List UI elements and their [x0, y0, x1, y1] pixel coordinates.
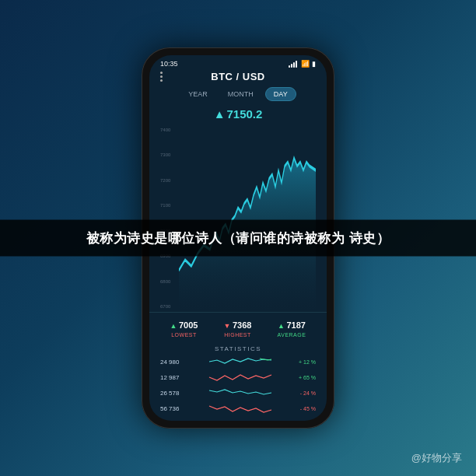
stat-highest-value: ▼ 7368: [224, 317, 252, 331]
stat-average: ▲ 7187 AVERAGE: [278, 317, 306, 338]
overlay-banner: 被称为诗史是哪位诗人（请问谁的诗被称为 诗史）: [0, 220, 476, 257]
status-bar: 10:35 📶 ▮: [149, 55, 327, 69]
stat-line-3: 26 578 - 24 %: [160, 387, 316, 399]
stat-change-3: - 24 %: [296, 390, 316, 396]
statistics-section: STATISTICS 24 980 + 12 % 12 987 + 65 %: [149, 342, 327, 421]
price-value: ▲7150.2: [214, 107, 263, 121]
stat-lowest-label: LOWEST: [170, 332, 198, 338]
phone-header: BTC / USD: [149, 69, 327, 87]
stat-lowest: ▲ 7005 LOWEST: [170, 317, 198, 338]
stat-average-value: ▲ 7187: [278, 317, 306, 331]
stat-highest: ▼ 7368 HIGHEST: [224, 317, 252, 338]
stat-num-4: 56 736: [160, 405, 185, 412]
stat-highest-label: HIGHEST: [224, 332, 252, 338]
stat-average-label: AVERAGE: [278, 332, 306, 338]
mini-chart-1: [188, 355, 292, 368]
stat-line-2: 12 987 + 65 %: [160, 371, 316, 383]
stat-change-2: + 65 %: [296, 375, 316, 380]
menu-dots[interactable]: [160, 72, 163, 82]
statistics-title: STATISTICS: [160, 345, 316, 352]
mini-chart-3: [188, 387, 292, 399]
chart-y-labels: 7400 7300 7200 7100 7000 6900 6800 6700: [160, 124, 170, 312]
stat-lowest-value: ▲ 7005: [170, 317, 198, 331]
tabs-container: YEAR MONTH DAY: [149, 87, 327, 106]
tab-month[interactable]: MONTH: [219, 87, 262, 101]
status-time: 10:35: [160, 60, 178, 68]
status-icons: 📶 ▮: [289, 60, 316, 68]
price-display: ▲7150.2: [149, 106, 327, 124]
wifi-icon: 📶: [301, 60, 310, 68]
stats-row: ▲ 7005 LOWEST ▼ 7368 HIGHEST ▲ 7187 AVER…: [149, 312, 327, 342]
stat-num-2: 12 987: [160, 374, 185, 381]
tab-year[interactable]: YEAR: [180, 87, 216, 101]
mini-chart-4: [188, 402, 292, 415]
watermark: @好物分享: [411, 451, 462, 465]
stat-change-1: + 12 %: [296, 359, 316, 365]
stat-num-1: 24 980: [160, 359, 185, 366]
chart-svg: [179, 124, 316, 312]
price-arrow: ▲: [214, 107, 226, 121]
battery-icon: ▮: [312, 60, 316, 68]
stat-line-4: 56 736 - 45 %: [160, 402, 316, 415]
chart-area: 7400 7300 7200 7100 7000 6900 6800 6700: [149, 124, 327, 312]
stat-change-4: - 45 %: [296, 406, 316, 411]
header-title: BTC / USD: [211, 71, 265, 82]
stat-line-1: 24 980 + 12 %: [160, 355, 316, 368]
stat-num-3: 26 578: [160, 390, 185, 397]
tab-day[interactable]: DAY: [265, 87, 296, 101]
mini-chart-2: [188, 371, 292, 383]
